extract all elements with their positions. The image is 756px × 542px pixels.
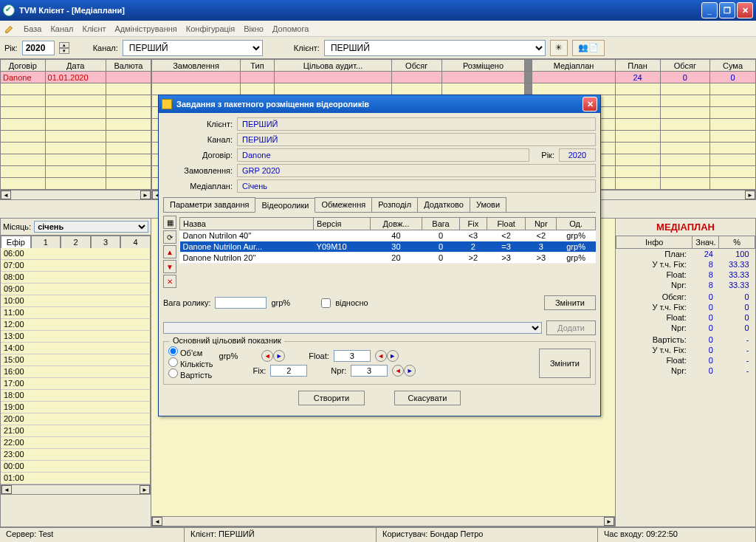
hour-row[interactable]: 17:00: [1, 378, 151, 390]
radio-volume[interactable]: Об'єм: [168, 346, 213, 357]
npr-spin[interactable]: ◄►: [392, 365, 416, 377]
hour-row[interactable]: 00:00: [1, 461, 151, 473]
hour-row[interactable]: 13:00: [1, 331, 151, 343]
col-plan[interactable]: План: [615, 60, 660, 72]
menu-channel[interactable]: Канал: [50, 24, 73, 33]
year-input[interactable]: [22, 41, 55, 55]
hour-row[interactable]: 23:00: [1, 449, 151, 461]
hour-row[interactable]: 01:00: [1, 473, 151, 484]
col-type[interactable]: Тип: [241, 60, 275, 72]
col-vol2[interactable]: Обсяг: [660, 60, 710, 72]
hour-row[interactable]: 10:00: [1, 295, 151, 307]
col-sum[interactable]: Сума: [710, 60, 756, 72]
float-spin[interactable]: ◄►: [375, 350, 399, 362]
col-currency[interactable]: Валюта: [106, 60, 151, 72]
tab-1[interactable]: 1: [31, 236, 61, 248]
vcol-name[interactable]: Назва: [180, 218, 314, 230]
mp-col-pct[interactable]: %: [719, 236, 755, 249]
refresh-icon-small[interactable]: ⟳: [163, 230, 176, 244]
tab-efir[interactable]: Ефір: [1, 236, 31, 248]
hour-row[interactable]: 21:00: [1, 425, 151, 437]
dlgtab-restrict[interactable]: Обмеження: [315, 197, 372, 212]
vcol-len[interactable]: Довж...: [370, 218, 422, 230]
minimize-button[interactable]: _: [701, 2, 718, 18]
video-row[interactable]: Danone Nutrilon 20''200>2>3>3grp%: [180, 253, 596, 264]
float-input[interactable]: [334, 350, 371, 362]
moveup-button[interactable]: ▲: [163, 245, 176, 258]
vcol-unit[interactable]: Од.: [557, 218, 596, 230]
refresh-icon[interactable]: ✳: [550, 40, 568, 56]
scrollbar-left[interactable]: ◄►: [0, 190, 151, 200]
menu-window[interactable]: Вікно: [244, 24, 264, 33]
col-order[interactable]: Замовлення: [152, 60, 241, 72]
change-weight-button[interactable]: Змінити: [544, 295, 596, 310]
hour-row[interactable]: 09:00: [1, 284, 151, 295]
video-select[interactable]: [163, 322, 542, 334]
menu-base[interactable]: База: [24, 24, 41, 33]
vcol-float[interactable]: Float: [487, 218, 525, 230]
vcol-weight[interactable]: Вага: [422, 218, 460, 230]
relative-checkbox[interactable]: [321, 298, 331, 308]
change-target-button[interactable]: Змінити: [539, 349, 591, 378]
client-select[interactable]: ПЕРШИЙ: [324, 40, 546, 56]
mp-col-info[interactable]: Інфо: [616, 236, 693, 249]
hour-row[interactable]: 15:00: [1, 354, 151, 366]
weight-input[interactable]: [215, 297, 267, 309]
fix-input[interactable]: [270, 365, 307, 377]
dlgtab-extra[interactable]: Додатково: [417, 197, 470, 212]
video-row[interactable]: Danone Nutrilon Aur...Y09M103002=33grp%: [180, 241, 596, 253]
col-date[interactable]: Дата: [45, 60, 106, 72]
col-audience[interactable]: Цільова аудит...: [275, 60, 392, 72]
hour-row[interactable]: 14:00: [1, 343, 151, 354]
menu-help[interactable]: Допомога: [272, 24, 309, 33]
dlgtab-videos[interactable]: Відеоролики: [255, 198, 315, 213]
col-volume[interactable]: Обсяг: [391, 60, 441, 72]
users-icon[interactable]: 👥📄: [572, 40, 605, 56]
hour-row[interactable]: 18:00: [1, 390, 151, 402]
radio-cost[interactable]: Вартість: [168, 368, 213, 380]
hour-row[interactable]: 19:00: [1, 402, 151, 414]
movedown-button[interactable]: ▼: [163, 260, 176, 273]
hour-row[interactable]: 11:00: [1, 307, 151, 319]
col-placed[interactable]: Розміщено: [441, 60, 525, 72]
cell-contract[interactable]: Danone: [1, 72, 46, 83]
scrollbar-hours[interactable]: ◄►: [1, 484, 151, 495]
grid-icon[interactable]: ▦: [163, 216, 176, 229]
menu-client[interactable]: Клієнт: [83, 24, 106, 33]
hour-row[interactable]: 22:00: [1, 437, 151, 449]
radio-count[interactable]: Кількість: [168, 357, 213, 368]
hour-row[interactable]: 08:00: [1, 272, 151, 284]
channel-select[interactable]: ПЕРШИЙ: [123, 40, 263, 56]
hour-row[interactable]: 07:00: [1, 260, 151, 272]
maximize-button[interactable]: ❐: [719, 2, 735, 18]
col-contract[interactable]: Договір: [1, 60, 46, 72]
dialog-close-button[interactable]: ✕: [583, 97, 597, 112]
hour-row[interactable]: 12:00: [1, 319, 151, 331]
tab-2[interactable]: 2: [61, 236, 91, 248]
hour-row[interactable]: 20:00: [1, 414, 151, 425]
menu-config[interactable]: Конфігурація: [186, 24, 235, 33]
cell-date[interactable]: 01.01.2020: [45, 72, 106, 83]
menu-admin[interactable]: Адміністрування: [115, 24, 177, 33]
col-mediaplan[interactable]: Медіаплан: [532, 60, 615, 72]
year-spinner[interactable]: ▲▼: [59, 42, 69, 54]
dlgtab-distrib[interactable]: Розподіл: [371, 197, 418, 212]
close-button[interactable]: ✕: [737, 2, 753, 18]
dlgtab-cond[interactable]: Умови: [470, 197, 506, 212]
npr-input[interactable]: [351, 365, 388, 377]
scrollbar-schedule[interactable]: ◄►: [151, 516, 615, 526]
video-row[interactable]: Danon Nutrilon 40''400<3<2<2grp%: [180, 230, 596, 241]
edit-icon[interactable]: [4, 24, 15, 34]
mp-col-val[interactable]: Знач.: [693, 236, 719, 249]
dlgtab-params[interactable]: Параметри завдання: [163, 197, 255, 212]
tab-3[interactable]: 3: [91, 236, 121, 248]
create-button[interactable]: Створити: [298, 391, 365, 405]
hour-row[interactable]: 16:00: [1, 366, 151, 378]
vcol-ver[interactable]: Версія: [314, 218, 371, 230]
tab-4[interactable]: 4: [120, 236, 151, 248]
vcol-npr[interactable]: Npr: [526, 218, 557, 230]
delete-button[interactable]: ✕: [163, 275, 176, 288]
vcol-fix[interactable]: Fix: [459, 218, 487, 230]
cancel-button[interactable]: Скасувати: [394, 391, 461, 405]
unit-spin[interactable]: ◄►: [261, 350, 285, 362]
